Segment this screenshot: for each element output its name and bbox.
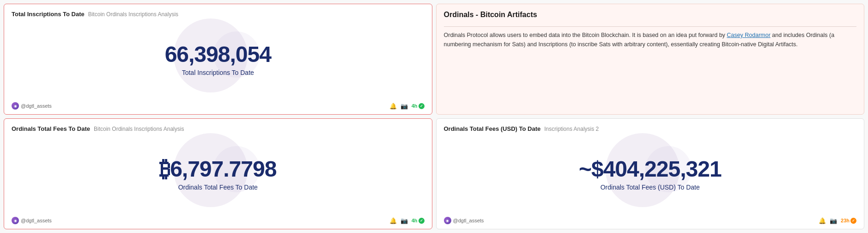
casey-rodarmor-link[interactable]: Casey Rodarmor	[727, 32, 770, 38]
check-icon-bottom-left: ✓	[419, 218, 425, 224]
card-subtitle-bottom-right: Inscriptions Analysis 2	[544, 126, 599, 132]
card-title-bottom-right: Ordinals Total Fees (USD) To Date	[444, 125, 541, 132]
card-body-top-left: 66,398,054 Total Inscriptions To Date	[12, 19, 425, 98]
check-icon-bottom-right: ✓	[850, 218, 856, 224]
inscriptions-label: Total Inscriptions To Date	[182, 69, 254, 76]
time-badge-bottom-left: 4h ✓	[412, 218, 425, 224]
card-title-top-left: Total Inscriptions To Date	[12, 11, 85, 18]
user-badge-bottom-left: ◉ @dgtl_assets	[12, 217, 52, 224]
card-footer-top-left: ◉ @dgtl_assets 🔔 📷 4h ✓	[12, 102, 425, 110]
bell-icon-top-left[interactable]: 🔔	[389, 103, 397, 110]
card-title-bottom-left: Ordinals Total Fees To Date	[12, 125, 90, 132]
bell-icon-bottom-right[interactable]: 🔔	[819, 217, 826, 224]
user-badge-top-left: ◉ @dgtl_assets	[12, 102, 52, 110]
username-top-left: @dgtl_assets	[21, 103, 52, 109]
ordinals-description: Ordinals Protocol allows users to embed …	[444, 31, 857, 49]
ordinals-fees-usd-card: Ordinals Total Fees (USD) To Date Inscri…	[436, 118, 865, 229]
card-header-top-left: Total Inscriptions To Date Bitcoin Ordin…	[12, 11, 425, 18]
ordinals-text-start: Ordinals Protocol allows users to embed …	[444, 32, 727, 38]
card-body-bottom-right: ~$404,225,321 Ordinals Total Fees (USD) …	[444, 134, 857, 213]
inscriptions-number: 66,398,054	[165, 42, 271, 67]
card-subtitle-top-left: Bitcoin Ordinals Inscriptions Analysis	[88, 11, 178, 18]
time-label-top-left: 4h	[412, 103, 418, 109]
card-body-bottom-left: ₿6,797.7798 Ordinals Total Fees To Date	[12, 134, 425, 213]
footer-actions-bottom-right: 🔔 📷 23h ✓	[819, 217, 856, 224]
time-label-bottom-left: 4h	[412, 218, 418, 223]
footer-actions-bottom-left: 🔔 📷 4h ✓	[389, 217, 425, 224]
card-footer-bottom-left: ◉ @dgtl_assets 🔔 📷 4h ✓	[12, 217, 425, 224]
user-badge-bottom-right: ◉ @dgtl_assets	[444, 217, 484, 224]
user-avatar-bottom-left: ◉	[12, 217, 19, 224]
card-header-bottom-right: Ordinals Total Fees (USD) To Date Inscri…	[444, 125, 857, 132]
username-bottom-left: @dgtl_assets	[21, 218, 52, 223]
ordinals-info-card: Ordinals - Bitcoin Artifacts Ordinals Pr…	[436, 4, 865, 115]
fees-btc-number: ₿6,797.7798	[159, 156, 276, 182]
fees-usd-number: ~$404,225,321	[579, 156, 722, 182]
ordinals-fees-card: Ordinals Total Fees To Date Bitcoin Ordi…	[4, 118, 432, 229]
bell-icon-bottom-left[interactable]: 🔔	[389, 217, 397, 224]
camera-icon-bottom-right[interactable]: 📷	[830, 217, 837, 224]
time-badge-bottom-right: 23h ✓	[841, 218, 856, 224]
user-avatar-bottom-right: ◉	[444, 217, 451, 224]
footer-actions-top-left: 🔔 📷 4h ✓	[389, 103, 425, 110]
camera-icon-bottom-left[interactable]: 📷	[401, 217, 408, 224]
card-header-bottom-left: Ordinals Total Fees To Date Bitcoin Ordi…	[12, 125, 425, 132]
ordinals-card-title: Ordinals - Bitcoin Artifacts	[444, 11, 857, 19]
fees-btc-label: Ordinals Total Fees To Date	[178, 184, 258, 191]
fees-usd-label: Ordinals Total Fees (USD) To Date	[601, 184, 700, 191]
card-subtitle-bottom-left: Bitcoin Ordinals Inscriptions Analysis	[94, 126, 184, 132]
total-inscriptions-card: Total Inscriptions To Date Bitcoin Ordin…	[4, 4, 432, 115]
check-icon-top-left: ✓	[419, 103, 425, 109]
user-avatar-top-left: ◉	[12, 102, 19, 110]
time-badge-top-left: 4h ✓	[412, 103, 425, 109]
card-divider	[444, 26, 857, 27]
username-bottom-right: @dgtl_assets	[453, 218, 484, 223]
camera-icon-top-left[interactable]: 📷	[401, 103, 408, 110]
time-label-bottom-right: 23h	[841, 218, 850, 223]
card-footer-bottom-right: ◉ @dgtl_assets 🔔 📷 23h ✓	[444, 217, 857, 224]
